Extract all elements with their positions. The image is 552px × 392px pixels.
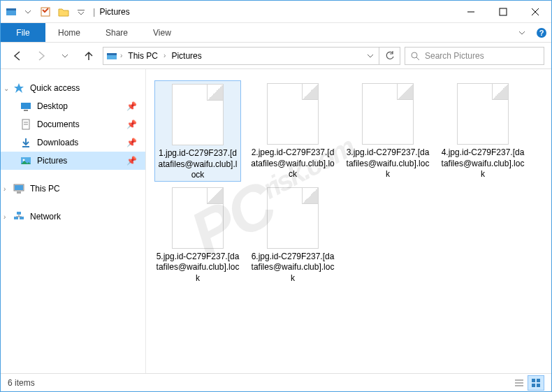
status-item-count: 6 items [8, 378, 35, 388]
file-item[interactable]: 4.jpg.id-C279F237.[datafiles@waifu.club]… [440, 80, 526, 182]
network-icon [13, 211, 24, 222]
chevron-right-icon[interactable]: › [164, 52, 166, 59]
search-placeholder: Search Pictures [425, 51, 484, 61]
recent-dropdown-icon[interactable] [55, 46, 75, 66]
documents-icon [20, 119, 31, 130]
svg-rect-1 [6, 8, 16, 10]
file-item[interactable]: 6.jpg.id-C279F237.[datafiles@waifu.club]… [249, 184, 336, 284]
search-input[interactable]: Search Pictures [405, 47, 544, 65]
file-name: 3.jpg.id-C279F237.[datafiles@waifu.club]… [344, 147, 431, 180]
pictures-icon [20, 155, 31, 166]
title-bar: | Pictures [1, 1, 551, 23]
sidebar-item-label: Quick access [30, 83, 80, 93]
address-dropdown-icon[interactable] [365, 50, 376, 61]
sidebar-item-desktop[interactable]: Desktop 📌 [1, 97, 145, 115]
svg-rect-26 [20, 217, 24, 219]
minimize-button[interactable] [455, 1, 487, 22]
qat-folder-icon[interactable] [55, 3, 72, 20]
close-button[interactable] [519, 1, 551, 22]
file-item[interactable]: 1.jpg.id-C279F237.[datafiles@waifu.club]… [154, 80, 241, 182]
desktop-icon [20, 101, 31, 112]
expand-icon[interactable]: › [3, 185, 6, 193]
sidebar-network[interactable]: › Network [1, 208, 145, 226]
title-separator: | [93, 6, 95, 17]
file-name: 2.jpeg.id-C279F237.[datafiles@waifu.club… [249, 147, 336, 180]
file-icon [172, 187, 224, 249]
navigation-pane: ⌄ Quick access Desktop 📌 Documents 📌 Dow… [1, 69, 146, 375]
navigation-bar: › This PC › Pictures Search Pictures [1, 43, 551, 69]
svg-rect-36 [537, 384, 540, 387]
file-name: 4.jpg.id-C279F237.[datafiles@waifu.club]… [440, 147, 526, 180]
computer-icon [13, 183, 24, 194]
sidebar-item-label: This PC [30, 184, 60, 194]
pin-icon: 📌 [126, 138, 137, 147]
file-name: 1.jpg.id-C279F237.[datafiles@waifu.club]… [155, 148, 240, 181]
sidebar-item-documents[interactable]: Documents 📌 [1, 115, 145, 133]
tab-home[interactable]: Home [45, 23, 93, 42]
sidebar-item-label: Pictures [37, 156, 67, 166]
svg-rect-24 [17, 191, 21, 194]
file-icon [172, 84, 224, 145]
chevron-right-icon[interactable]: › [120, 52, 122, 59]
file-item[interactable]: 3.jpg.id-C279F237.[datafiles@waifu.club]… [344, 80, 431, 182]
breadcrumb-pictures[interactable]: Pictures [168, 51, 204, 61]
forward-button[interactable] [31, 46, 51, 66]
file-item[interactable]: 5.jpg.id-C279F237.[datafiles@waifu.club]… [154, 184, 241, 284]
tab-share[interactable]: Share [93, 23, 140, 42]
expand-icon[interactable]: ⌄ [3, 85, 9, 92]
dropdown-icon[interactable] [20, 4, 36, 20]
ribbon-expand-icon[interactable] [512, 23, 532, 42]
file-icon [457, 83, 509, 145]
refresh-button[interactable] [379, 47, 400, 65]
svg-rect-34 [537, 379, 540, 382]
svg-rect-23 [15, 185, 23, 190]
file-icon [362, 83, 414, 145]
file-icon [267, 83, 319, 145]
svg-rect-3 [78, 10, 85, 10]
file-item[interactable]: 2.jpeg.id-C279F237.[datafiles@waifu.club… [249, 80, 336, 182]
file-name: 6.jpg.id-C279F237.[datafiles@waifu.club]… [249, 252, 336, 284]
app-icon [3, 4, 19, 20]
sidebar-this-pc[interactable]: › This PC [1, 180, 145, 198]
pin-icon: 📌 [126, 156, 137, 166]
downloads-icon [20, 137, 31, 148]
sidebar-item-downloads[interactable]: Downloads 📌 [1, 133, 145, 152]
file-name: 5.jpg.id-C279F237.[datafiles@waifu.club]… [154, 252, 241, 284]
help-icon[interactable]: ? [532, 23, 551, 42]
thumbnails-view-button[interactable] [528, 375, 544, 391]
sidebar-item-label: Documents [37, 119, 80, 129]
sidebar-item-label: Downloads [37, 138, 78, 147]
svg-rect-25 [14, 217, 18, 219]
details-view-button[interactable] [511, 375, 528, 391]
back-button[interactable] [8, 46, 27, 66]
search-icon [409, 50, 421, 61]
status-bar: 6 items [1, 373, 551, 391]
file-icon [267, 187, 319, 249]
expand-icon[interactable]: › [3, 213, 6, 221]
sidebar-item-pictures[interactable]: Pictures 📌 [1, 152, 145, 170]
svg-rect-14 [21, 103, 31, 109]
svg-rect-27 [17, 212, 21, 215]
svg-line-13 [416, 57, 419, 60]
tab-view[interactable]: View [140, 23, 184, 42]
svg-rect-35 [532, 384, 535, 387]
svg-rect-15 [24, 110, 28, 111]
window-title: Pictures [99, 7, 129, 17]
svg-text:?: ? [539, 29, 544, 37]
pin-icon: 📌 [126, 101, 137, 111]
sidebar-quick-access[interactable]: ⌄ Quick access [1, 79, 145, 97]
breadcrumb-this-pc[interactable]: This PC [125, 51, 161, 61]
up-button[interactable] [79, 46, 99, 66]
qat-dropdown-icon[interactable] [73, 4, 89, 20]
file-tab[interactable]: File [1, 23, 45, 42]
address-bar[interactable]: › This PC › Pictures [103, 47, 379, 65]
svg-rect-33 [532, 379, 535, 382]
maximize-button[interactable] [487, 1, 519, 22]
sidebar-item-label: Desktop [37, 101, 68, 111]
sidebar-item-label: Network [30, 212, 61, 222]
star-icon [13, 82, 24, 94]
svg-rect-5 [500, 8, 507, 15]
ribbon-tabs: File Home Share View ? [1, 23, 551, 43]
pin-icon: 📌 [126, 119, 137, 129]
qat-properties-icon[interactable] [37, 3, 54, 20]
